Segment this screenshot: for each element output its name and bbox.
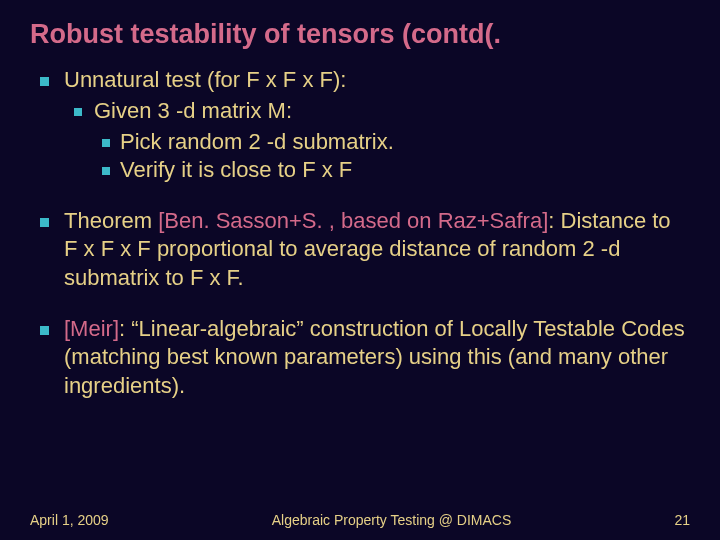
- bullet-3-post: : “Linear-algebraic” construction of Loc…: [64, 316, 685, 398]
- bullet-1-sub-1-text: Given 3 -d matrix M:: [94, 98, 292, 123]
- footer-page-number: 21: [674, 512, 690, 528]
- bullet-1-sub: Given 3 -d matrix M: Pick random 2 -d su…: [64, 97, 690, 185]
- bullet-3: [Meir]: “Linear-algebraic” construction …: [30, 315, 690, 401]
- bullet-1-sub-1: Given 3 -d matrix M: Pick random 2 -d su…: [64, 97, 690, 185]
- bullet-2: Theorem [Ben. Sasson+S. , based on Raz+S…: [30, 207, 690, 293]
- slide-title: Robust testability of tensors (contd(.: [30, 18, 690, 50]
- bullet-1: Unnatural test (for F x F x F): Given 3 …: [30, 66, 690, 184]
- bullet-1-sub-1-sub: Pick random 2 -d submatrix. Verify it is…: [94, 128, 690, 185]
- bullet-1-sub-1a: Pick random 2 -d submatrix.: [94, 128, 690, 157]
- bullet-3-cite: [Meir]: [64, 316, 119, 341]
- bullet-1-sub-1b: Verify it is close to F x F: [94, 156, 690, 185]
- bullet-1-sub-1a-text: Pick random 2 -d submatrix.: [120, 129, 394, 154]
- footer-center-text: Algebraic Property Testing @ DIMACS: [109, 512, 675, 528]
- bullet-2-pre: Theorem: [64, 208, 158, 233]
- slide-footer: April 1, 2009 Algebraic Property Testing…: [30, 512, 690, 528]
- bullet-1-text: Unnatural test (for F x F x F):: [64, 67, 346, 92]
- bullet-1-sub-1b-text: Verify it is close to F x F: [120, 157, 352, 182]
- bullet-list: Unnatural test (for F x F x F): Given 3 …: [30, 66, 690, 400]
- slide: Robust testability of tensors (contd(. U…: [0, 0, 720, 540]
- bullet-2-cite: [Ben. Sasson+S. , based on Raz+Safra]: [158, 208, 548, 233]
- footer-date: April 1, 2009: [30, 512, 109, 528]
